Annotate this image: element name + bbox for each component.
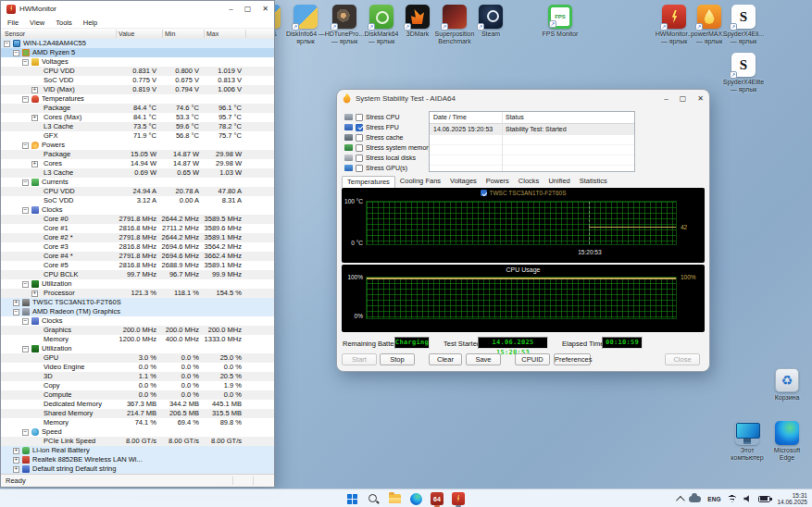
sensor-row[interactable]: −Powers [1, 141, 274, 150]
sensor-row[interactable]: GPU3.0 %0.0 %25.0 % [1, 353, 274, 363]
checkbox[interactable] [356, 114, 363, 121]
sensor-row[interactable]: −AMD Radeon (TM) Graphics [1, 307, 274, 316]
sensor-row[interactable]: Shared Memory214.7 MB206.5 MB315.5 MB [1, 409, 274, 418]
close-icon[interactable]: ✕ [697, 94, 704, 103]
sensor-row[interactable]: SoC VDD3.12 A0.00 A8.31 A [1, 196, 274, 205]
sensor-row[interactable]: GFX71.9 °C56.8 °C75.7 °C [1, 131, 274, 141]
checkbox[interactable] [356, 124, 363, 131]
recycle-bin[interactable]: ♻Корзина [760, 368, 812, 402]
expand-toggle[interactable]: − [4, 41, 10, 47]
sensor-row[interactable]: Package15.05 W14.87 W29.98 W [1, 150, 274, 159]
expand-toggle[interactable]: − [22, 429, 29, 436]
expand-toggle[interactable]: − [22, 179, 29, 186]
sensor-row[interactable]: −Utilization [1, 279, 274, 289]
checkbox[interactable] [356, 155, 363, 162]
sensor-row[interactable]: −Utilization [1, 344, 274, 353]
sensor-row[interactable]: +TWSC TSC3AN1T0-F2T60S [1, 298, 274, 307]
tab-cooling-fans[interactable]: Cooling Fans [395, 176, 445, 188]
sensor-row[interactable]: −Clocks [1, 205, 274, 215]
sensor-row[interactable]: +Cores (Max)84.1 °C53.3 °C95.7 °C [1, 113, 274, 122]
expand-toggle[interactable]: + [13, 457, 19, 464]
menu-help[interactable]: Help [83, 19, 97, 27]
sensor-row[interactable]: −Clocks [1, 316, 274, 326]
column-max[interactable]: Max [206, 31, 219, 37]
expand-toggle[interactable]: + [13, 448, 19, 454]
aida64-titlebar[interactable]: System Stability Test - AIDA64 – ▢ ✕ [337, 90, 709, 106]
sensor-row[interactable]: +Default string Default string [1, 464, 274, 474]
steam-shortcut[interactable]: ↗Steam [464, 5, 518, 38]
stress-option-memory[interactable]: Stress system memory [344, 142, 433, 153]
expand-toggle[interactable]: − [13, 309, 19, 315]
aida64-taskbar-button[interactable]: 64 [430, 491, 444, 506]
expand-toggle[interactable]: − [13, 50, 19, 56]
save-button[interactable]: Save [466, 353, 501, 365]
search-button[interactable] [366, 491, 381, 506]
expand-toggle[interactable]: − [22, 207, 29, 214]
clear-button[interactable]: Clear [429, 353, 462, 365]
tab-statistics[interactable]: Statistics [575, 176, 612, 188]
expand-toggle[interactable]: + [13, 300, 19, 306]
stop-button[interactable]: Stop [380, 353, 415, 365]
expand-toggle[interactable]: + [31, 115, 38, 121]
menu-tools[interactable]: Tools [56, 19, 72, 27]
hwmonitor-taskbar-button[interactable] [451, 491, 466, 506]
sensor-row[interactable]: PCIe Link Speed8.00 GT/s8.00 GT/s8.00 GT… [1, 437, 274, 446]
sensor-row[interactable]: CPU VDD0.831 V0.800 V1.019 V [1, 67, 274, 76]
onedrive-icon[interactable] [689, 496, 701, 502]
start-button[interactable] [344, 491, 359, 506]
stress-option-disk[interactable]: Stress local disks [344, 153, 433, 163]
sensor-row[interactable]: Graphics200.0 MHz200.0 MHz200.0 MHz [1, 326, 274, 335]
minimize-icon[interactable]: – [664, 94, 668, 103]
sensor-row[interactable]: −Currents [1, 178, 274, 187]
expand-toggle[interactable]: − [22, 96, 29, 103]
sensor-row[interactable]: Memory74.1 %69.4 %89.8 % [1, 418, 274, 427]
menu-view[interactable]: View [30, 19, 44, 27]
resize-grip[interactable] [253, 476, 274, 485]
minimize-icon[interactable]: – [229, 5, 232, 13]
stress-option-gpu[interactable]: Stress GPU(s) [344, 163, 433, 173]
sensor-row[interactable]: −WIN-L2A48AM4C55 [1, 39, 274, 48]
expand-toggle[interactable]: + [31, 291, 38, 297]
close-icon[interactable]: ✕ [262, 5, 269, 13]
tray-chevron-icon[interactable] [676, 495, 685, 504]
checkbox[interactable] [356, 165, 363, 172]
spyderx4elite-shortcut-1[interactable]: S↗SpyderX4Eli...— ярлык [717, 5, 770, 45]
sensor-row[interactable]: Package84.4 °C74.6 °C96.1 °C [1, 104, 274, 113]
sensor-row[interactable]: Core #4 *2791.8 MHz2694.6 MHz3662.4 MHz [1, 252, 274, 261]
expand-toggle[interactable]: − [22, 59, 29, 66]
spyderx4elite-shortcut-2[interactable]: S↗SpyderX4Elite— ярлык [717, 53, 770, 93]
tab-voltages[interactable]: Voltages [445, 176, 481, 188]
sensor-row[interactable]: −Voltages [1, 57, 274, 67]
sensor-row[interactable]: Core #52816.8 MHz2688.9 MHz3589.1 MHz [1, 261, 274, 270]
language-indicator[interactable]: ENG [707, 496, 720, 502]
maximize-icon[interactable]: ▢ [244, 5, 252, 13]
stress-option-cpu[interactable]: Stress CPU [344, 112, 433, 122]
tab-clocks[interactable]: Clocks [514, 176, 544, 188]
sensor-row[interactable]: L3 Cache73.5 °C59.6 °C78.2 °C [1, 122, 274, 131]
tab-temperatures[interactable]: Temperatures [342, 176, 395, 189]
column-sensor[interactable]: Sensor [5, 31, 25, 37]
sensor-row[interactable]: Video Engine0.0 %0.0 %0.0 % [1, 363, 274, 372]
wifi-icon[interactable] [727, 495, 737, 502]
sensor-row[interactable]: CPU VDD24.94 A20.78 A47.80 A [1, 187, 274, 196]
column-value[interactable]: Value [119, 31, 134, 37]
expand-toggle[interactable]: − [22, 281, 29, 288]
sensor-row[interactable]: −Temperatures [1, 94, 274, 104]
expand-toggle[interactable]: − [22, 142, 29, 149]
log-row[interactable]: 14.06.2025 15:20:53 Stability Test: Star… [430, 124, 634, 135]
maximize-icon[interactable]: ▢ [680, 94, 687, 103]
sensor-row[interactable]: SoC VDD0.775 V0.675 V0.813 V [1, 76, 274, 85]
checkbox[interactable] [356, 144, 363, 152]
sensor-row[interactable]: −Speed [1, 427, 274, 437]
edge-button[interactable] [408, 491, 423, 506]
checkbox[interactable] [356, 134, 363, 142]
speaker-icon[interactable] [743, 495, 752, 503]
clock[interactable]: 15:31 14.06.2025 [777, 492, 807, 506]
sensor-row[interactable]: Core #02791.8 MHz2644.2 MHz3589.5 MHz [1, 215, 274, 224]
tab-powers[interactable]: Powers [481, 176, 514, 188]
sensor-row[interactable]: +Li-ion Real Battery [1, 446, 274, 455]
sensor-row[interactable]: Copy0.0 %0.0 %1.9 % [1, 381, 274, 390]
sensor-row[interactable]: +Realtek 8852BE Wireless LAN Wi... [1, 455, 274, 464]
legend-checkbox[interactable] [481, 190, 487, 196]
expand-toggle[interactable]: − [22, 318, 29, 325]
